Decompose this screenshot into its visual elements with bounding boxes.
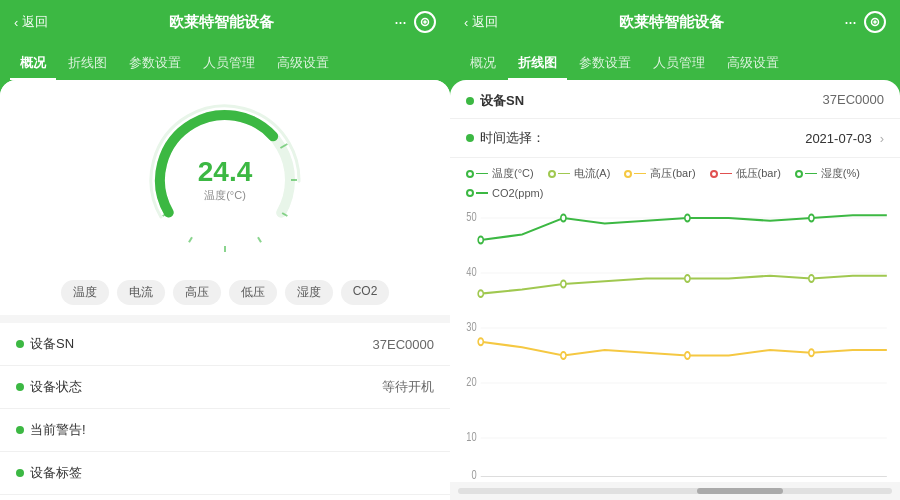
time-selector-text: 时间选择： [480, 129, 545, 147]
left-nav-tabs: 概况 折线图 参数设置 人员管理 高级设置 [0, 44, 450, 80]
svg-point-13 [874, 21, 876, 23]
legend-humidity-label: 湿度(%) [821, 166, 860, 181]
svg-point-31 [561, 281, 566, 288]
legend-humidity: 湿度(%) [795, 166, 860, 181]
right-header: ‹ 返回 欧莱特智能设备 ··· [450, 0, 900, 44]
right-back-label: 返回 [472, 13, 498, 31]
svg-text:30: 30 [466, 319, 476, 333]
info-row-status-text: 设备状态 [30, 378, 82, 396]
info-row-tag-text: 设备标签 [30, 464, 82, 482]
svg-point-37 [809, 349, 814, 356]
right-tab-chart[interactable]: 折线图 [508, 48, 567, 80]
svg-point-30 [478, 290, 483, 297]
scroll-thumb[interactable] [697, 488, 784, 494]
time-selector-label: 时间选择： [466, 129, 545, 147]
gauge-unit: 温度(°C) [198, 188, 253, 203]
svg-text:40: 40 [466, 264, 476, 278]
pill-current[interactable]: 电流 [117, 280, 165, 305]
scroll-track [458, 488, 892, 494]
left-header-right: ··· [394, 11, 436, 33]
info-row-status-value: 等待开机 [382, 378, 434, 396]
svg-text:20: 20 [466, 374, 476, 388]
legend-temp-label: 温度(°C) [492, 166, 534, 181]
svg-text:10: 10 [466, 429, 476, 443]
right-device-sn-label: 设备SN [466, 92, 524, 110]
legend-low-label: 低压(bar) [736, 166, 781, 181]
gauge-wrapper: 24.4 温度(°C) [145, 100, 305, 260]
svg-point-33 [809, 275, 814, 282]
svg-point-26 [478, 237, 483, 244]
info-row-tag-label: 设备标签 [16, 464, 82, 482]
svg-point-36 [685, 352, 690, 359]
right-nav-tabs: 概况 折线图 参数设置 人员管理 高级设置 [450, 44, 900, 80]
left-more-button[interactable]: ··· [394, 12, 406, 33]
right-tab-params[interactable]: 参数设置 [569, 48, 641, 80]
svg-text:0: 0 [471, 468, 476, 482]
legend-high-label: 高压(bar) [650, 166, 695, 181]
legend-current-label: 电流(A) [574, 166, 611, 181]
left-tab-staff[interactable]: 人员管理 [193, 48, 265, 80]
right-device-sn-text: 设备SN [480, 92, 524, 110]
pill-temp[interactable]: 温度 [61, 280, 109, 305]
dot-green-status [16, 383, 24, 391]
left-back-label: 返回 [22, 13, 48, 31]
gauge-value: 24.4 [198, 158, 253, 186]
gauge-center: 24.4 温度(°C) [198, 158, 253, 203]
bottom-icon-area: ⚙ [0, 495, 450, 500]
svg-point-35 [561, 352, 566, 359]
right-dot-green [466, 97, 474, 105]
legend-high: 高压(bar) [624, 166, 695, 181]
right-more-button[interactable]: ··· [844, 12, 856, 33]
svg-point-0 [422, 19, 429, 26]
left-target-button[interactable] [414, 11, 436, 33]
legend-area: 温度(°C) 电流(A) 高压(bar) [450, 158, 900, 207]
info-row-sn: 设备SN 37EC0000 [0, 323, 450, 366]
svg-point-28 [685, 215, 690, 222]
info-section: 设备SN 37EC0000 设备状态 等待开机 当前警告! [0, 323, 450, 500]
info-row-warning-text: 当前警告! [30, 421, 86, 439]
left-tab-overview[interactable]: 概况 [10, 48, 56, 80]
right-tab-advanced[interactable]: 高级设置 [717, 48, 789, 80]
right-tab-staff[interactable]: 人员管理 [643, 48, 715, 80]
legend-co2-label: CO2(ppm) [492, 187, 543, 199]
info-row-tag: 设备标签 [0, 452, 450, 495]
svg-text:50: 50 [466, 209, 476, 223]
chart-svg: 50 40 30 20 10 0 [458, 207, 892, 482]
svg-line-8 [258, 237, 261, 242]
info-row-warning: 当前警告! [0, 409, 450, 452]
svg-point-32 [685, 275, 690, 282]
pill-row: 温度 电流 高压 低压 湿度 CO2 [0, 270, 450, 315]
left-panel: ‹ 返回 欧莱特智能设备 ··· 概况 折线图 参数设置 人员管理 高级设置 [0, 0, 450, 500]
left-back-button[interactable]: ‹ 返回 [14, 13, 48, 31]
svg-point-1 [424, 21, 426, 23]
pill-humidity[interactable]: 湿度 [285, 280, 333, 305]
info-row-sn-text: 设备SN [30, 335, 74, 353]
right-header-right: ··· [844, 11, 886, 33]
pill-low-pressure[interactable]: 低压 [229, 280, 277, 305]
left-back-chevron: ‹ [14, 15, 18, 30]
info-row-status-label: 设备状态 [16, 378, 82, 396]
pill-co2[interactable]: CO2 [341, 280, 390, 305]
chart-area: 50 40 30 20 10 0 [450, 207, 900, 482]
dot-green-warning [16, 426, 24, 434]
svg-line-10 [189, 237, 192, 242]
svg-point-29 [809, 215, 814, 222]
right-back-button[interactable]: ‹ 返回 [464, 13, 498, 31]
svg-point-34 [478, 338, 483, 345]
right-content: 设备SN 37EC0000 时间选择： 2021-07-03 › [450, 80, 900, 500]
left-tab-params[interactable]: 参数设置 [119, 48, 191, 80]
legend-co2: CO2(ppm) [466, 187, 543, 199]
right-target-button[interactable] [864, 11, 886, 33]
time-selector-row[interactable]: 时间选择： 2021-07-03 › [450, 119, 900, 158]
dot-green-sn [16, 340, 24, 348]
right-panel: ‹ 返回 欧莱特智能设备 ··· 概况 折线图 参数设置 人员管理 高级设置 [450, 0, 900, 500]
svg-point-27 [561, 215, 566, 222]
right-device-sn-value: 37EC0000 [823, 92, 884, 110]
left-tab-chart[interactable]: 折线图 [58, 48, 117, 80]
chart-scrollbar[interactable] [450, 482, 900, 500]
right-tab-overview[interactable]: 概况 [460, 48, 506, 80]
info-row-status: 设备状态 等待开机 [0, 366, 450, 409]
left-tab-advanced[interactable]: 高级设置 [267, 48, 339, 80]
info-row-warning-label: 当前警告! [16, 421, 86, 439]
left-title: 欧莱特智能设备 [48, 13, 394, 32]
